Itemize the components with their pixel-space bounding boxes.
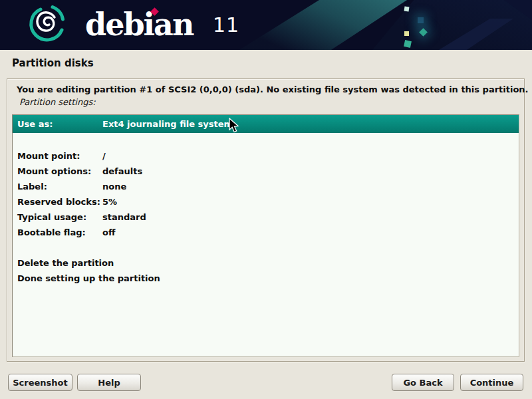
row-label: Done setting up the partition (13, 271, 102, 286)
row-label (13, 133, 102, 148)
settings-row[interactable]: Done setting up the partition (13, 271, 519, 286)
settings-row[interactable]: Delete the partition (13, 255, 519, 271)
deco-square-white (404, 7, 410, 12)
partition-settings-label: Partition settings: (19, 97, 96, 107)
settings-row[interactable]: Typical usage:standard (13, 209, 519, 225)
partition-settings-panel: You are editing partition #1 of SCSI2 (0… (7, 78, 525, 362)
row-label: Use as: (13, 115, 102, 133)
row-value: / (102, 148, 519, 164)
installer-banner: debian 11 (0, 0, 532, 50)
debian-logotype: debian (85, 7, 193, 43)
deco-square-blue (418, 17, 424, 23)
row-label: Bootable flag: (13, 225, 102, 240)
row-value: defaults (102, 164, 519, 179)
settings-row[interactable]: Label:none (13, 179, 519, 194)
row-value (102, 240, 519, 255)
row-label: Reserved blocks: (13, 194, 102, 209)
row-label (13, 240, 102, 255)
row-value: none (102, 179, 519, 194)
row-label: Label: (13, 179, 102, 194)
settings-row-spacer (13, 240, 519, 255)
page-title: Partition disks (12, 57, 94, 69)
row-value (102, 271, 519, 286)
help-button[interactable]: Help (77, 374, 141, 391)
screenshot-button[interactable]: Screenshot (8, 374, 72, 391)
settings-row-spacer (13, 133, 519, 148)
row-label: Typical usage: (13, 209, 102, 225)
settings-row[interactable]: Reserved blocks:5% (13, 194, 519, 209)
row-value: Ext4 journaling file system (102, 115, 519, 133)
settings-row[interactable]: Use as:Ext4 journaling file system (13, 115, 519, 133)
deco-square-teal (404, 40, 412, 48)
row-value (102, 133, 519, 148)
partition-settings-list[interactable]: Use as:Ext4 journaling file systemMount … (12, 114, 519, 357)
row-value (102, 255, 519, 271)
row-label: Mount options: (13, 164, 102, 179)
settings-row[interactable]: Mount options:defaults (13, 164, 519, 179)
row-label: Delete the partition (13, 255, 102, 271)
row-value: standard (102, 209, 519, 225)
settings-row[interactable]: Mount point:/ (13, 148, 519, 164)
row-value: 5% (102, 194, 519, 209)
go-back-button[interactable]: Go Back (392, 374, 454, 391)
settings-row[interactable]: Bootable flag:off (13, 225, 519, 240)
continue-button[interactable]: Continue (460, 374, 523, 391)
mouse-cursor (229, 118, 239, 134)
row-value: off (102, 225, 519, 240)
row-label: Mount point: (13, 148, 102, 164)
debian-swirl-logo (27, 1, 68, 45)
deco-square-yellow (404, 31, 409, 36)
editing-partition-message: You are editing partition #1 of SCSI2 (0… (17, 84, 529, 94)
debian-version: 11 (213, 13, 239, 37)
